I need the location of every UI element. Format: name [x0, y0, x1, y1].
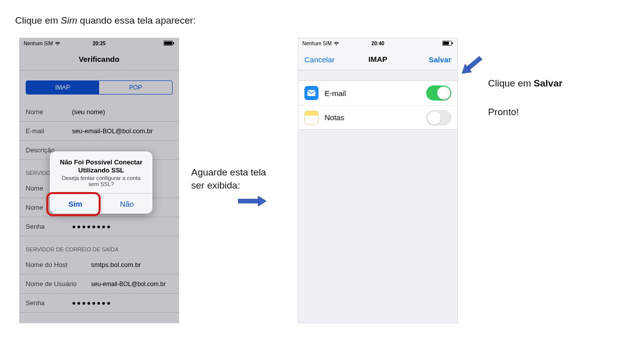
status-bar: Nenhum SIM 20:25 — [20, 38, 179, 48]
field-senha-in-value: ●●●●●●●● — [72, 223, 112, 230]
nav-bar: Cancelar IMAP Salvar — [298, 48, 457, 70]
ssl-error-dialog: Não Foi Possível Conectar Utilizando SSL… — [50, 151, 152, 214]
field-email-label: E-mail — [26, 127, 72, 135]
clock: 20:40 — [298, 41, 457, 46]
switch-notes[interactable] — [426, 110, 451, 125]
section-outgoing: SERVIDOR DE CORREIO DE SAÍDA — [20, 236, 179, 255]
segmented-imap[interactable]: IMAP — [26, 81, 99, 94]
instruction-right-done: Pronto! — [488, 107, 519, 118]
mail-app-icon — [304, 86, 318, 100]
svg-marker-4 — [258, 196, 266, 206]
field-host-out-label: Nome do Host — [26, 261, 91, 268]
nav-save-button[interactable]: Salvar — [423, 48, 457, 70]
field-host-out[interactable]: Nome do Host smtps.bol.com.br — [20, 255, 179, 275]
field-senha-out[interactable]: Senha ●●●●●●●● — [20, 294, 179, 313]
instruction-middle: Aguarde esta tela ser exibida: — [191, 166, 297, 192]
protocol-segmented: IMAP POP — [20, 70, 179, 103]
instruction-top-suffix: quando essa tela aparecer: — [77, 15, 196, 26]
notes-app-icon — [304, 111, 318, 125]
field-senha-out-label: Senha — [26, 299, 72, 307]
dialog-yes-button[interactable]: Sim — [50, 194, 101, 214]
dialog-no-button[interactable]: Não — [101, 194, 153, 214]
status-bar: Nenhum SIM 20:40 — [298, 38, 457, 48]
field-nome-label: Nome — [26, 108, 72, 116]
arrow-right-icon — [238, 196, 266, 206]
field-senha-in-label: Senha — [26, 223, 72, 230]
field-senha-in[interactable]: Senha ●●●●●●●● — [20, 217, 179, 236]
instruction-top-prefix: Clique em — [15, 15, 61, 26]
field-nome[interactable]: Nome (seu nome) — [20, 103, 179, 122]
field-email[interactable]: E-mail seu-email-BOL@bol.com.br — [20, 122, 179, 141]
list-row-mail: E-mail — [298, 81, 457, 105]
list-row-mail-label: E-mail — [325, 89, 420, 98]
instruction-top-italic: Sim — [61, 15, 77, 26]
field-host-out-value: smtps.bol.com.br — [91, 261, 141, 268]
svg-rect-3 — [238, 199, 258, 203]
dialog-message: Deseja tentar configurar a conta sem SSL… — [50, 175, 152, 193]
field-user-out[interactable]: Nome de Usuário seu-email-BOL@bol.com.br — [20, 275, 179, 294]
list-row-notes-label: Notas — [325, 113, 420, 122]
clock: 20:25 — [20, 41, 179, 46]
svg-rect-8 — [307, 90, 315, 96]
svg-rect-9 — [467, 56, 482, 70]
segmented-pop[interactable]: POP — [99, 81, 172, 94]
instruction-top: Clique em Sim quando essa tela aparecer: — [15, 15, 196, 26]
switch-mail[interactable] — [426, 85, 451, 101]
nav-title: IMAP — [368, 55, 387, 63]
field-nome-value: (seu nome) — [72, 108, 105, 116]
account-apps-list: E-mail Notas — [298, 80, 457, 130]
arrow-diag-icon — [459, 50, 487, 78]
field-email-value: seu-email-BOL@bol.com.br — [72, 127, 153, 135]
nav-bar: Verificando — [20, 48, 179, 70]
nav-cancel-button[interactable]: Cancelar — [298, 48, 341, 70]
instruction-right-save: Clique em Salvar — [488, 78, 562, 89]
list-row-notes: Notas — [298, 105, 457, 129]
field-user-out-value: seu-email-BOL@bol.com.br — [91, 281, 166, 288]
phone-imap-save: Nenhum SIM 20:40 Cancelar IMAP Salvar E-… — [298, 38, 458, 323]
nav-title: Verificando — [79, 55, 120, 63]
field-user-out-label: Nome de Usuário — [26, 280, 91, 288]
dialog-title: Não Foi Possível Conectar Utilizando SSL — [50, 151, 152, 175]
phone-verificando: Nenhum SIM 20:25 Verificando IMAP POP No… — [19, 38, 179, 323]
field-senha-out-value: ●●●●●●●● — [72, 299, 112, 307]
